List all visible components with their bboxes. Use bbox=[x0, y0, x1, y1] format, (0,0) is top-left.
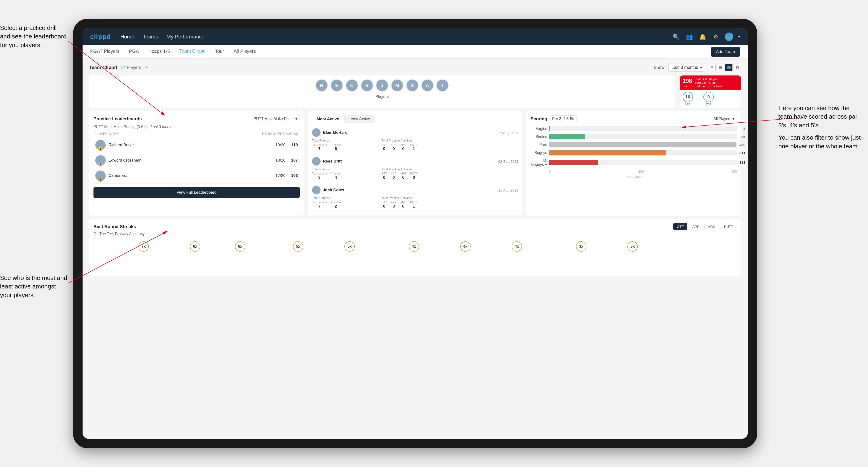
list-view-button[interactable]: ☰ bbox=[717, 64, 724, 71]
player-avatar-6[interactable]: M bbox=[391, 79, 403, 92]
bell-icon[interactable]: 🔔 bbox=[699, 33, 707, 41]
player-avatar-3[interactable]: C bbox=[346, 79, 358, 92]
streak-circle-1: 7x bbox=[138, 241, 149, 252]
streak-pin-4: 5x bbox=[293, 241, 303, 252]
subnav-pga[interactable]: PGA bbox=[129, 49, 139, 55]
streak-pin-1: 7x bbox=[138, 241, 149, 252]
people-icon[interactable]: 👥 bbox=[685, 33, 694, 41]
birdies-bar-track: 96 bbox=[549, 134, 737, 139]
subnav-tour[interactable]: Tour bbox=[215, 49, 224, 55]
card-view-button[interactable]: ▦ bbox=[725, 64, 733, 71]
tablet-screen: clippd Home Teams My Performance 🔍 👥 🔔 ⚙… bbox=[83, 28, 748, 439]
grid-view-button[interactable]: ⊞ bbox=[708, 64, 716, 71]
view-buttons: ⊞ ☰ ▦ ⊟ bbox=[708, 64, 741, 71]
subnav-team-clippd[interactable]: Team Clippd bbox=[179, 49, 206, 55]
dbogeys-bar-fill bbox=[549, 160, 598, 165]
streak-pin-2: 6x bbox=[190, 241, 200, 252]
putt-filter-button[interactable]: PUTT bbox=[720, 223, 737, 230]
sub-nav: PGAT Players PGA Hcaps 1-5 Team Clippd T… bbox=[83, 45, 748, 59]
leaderboard-title: Practice Leaderboards bbox=[93, 116, 142, 121]
total-practice-block-1: Total Practice Activities OTT 0 APP 0 bbox=[381, 139, 449, 151]
scoring-player-filter[interactable]: All Players ▾ bbox=[711, 115, 737, 122]
player-name-3[interactable]: Cameron... bbox=[108, 173, 273, 178]
edit-icon[interactable]: ✏ bbox=[145, 65, 148, 70]
settings-icon[interactable]: ⚙ bbox=[712, 33, 720, 41]
streak-circle-10: 3x bbox=[627, 241, 638, 252]
birdies-bar-row: Birdies 96 bbox=[530, 134, 737, 139]
avg-sq-3: 103 bbox=[291, 173, 298, 178]
streak-circle-7: 4x bbox=[460, 241, 470, 252]
scoring-chevron-icon: ▾ bbox=[733, 117, 734, 121]
active-stats-2: Total Rounds Tournament 8 Practice 4 bbox=[312, 167, 519, 180]
streak-pin-3: 6x bbox=[235, 241, 245, 252]
streaks-header: Best Round Streaks OTT APP ARG PUTT bbox=[93, 223, 737, 230]
player-avatar-7[interactable]: S bbox=[406, 79, 418, 92]
streak-circle-2: 6x bbox=[190, 241, 200, 252]
app-filter-button[interactable]: APP bbox=[689, 223, 703, 230]
player-avatar-9[interactable]: T bbox=[436, 79, 448, 92]
add-team-button[interactable]: Add Team bbox=[711, 47, 740, 57]
start-lie: Start Lie: Rough bbox=[694, 81, 722, 85]
dbogeys-label: D. Bogeys + bbox=[530, 158, 547, 167]
most-active-card: Most Active Least Active Blair McHarg 26… bbox=[308, 111, 523, 216]
active-player-name-2[interactable]: Rees Britt bbox=[323, 159, 496, 164]
scoring-card: Scoring Par 3, 4 & 5s All Players ▾ Eagl… bbox=[526, 111, 741, 216]
player-avatar-4[interactable]: B bbox=[361, 79, 373, 92]
nav-home[interactable]: Home bbox=[120, 33, 134, 41]
most-active-tab[interactable]: Most Active bbox=[312, 115, 344, 123]
active-player-row-3: Josh Coles 26 Aug 2023 Total Rounds Tour… bbox=[312, 183, 519, 212]
nav-teams[interactable]: Teams bbox=[143, 33, 158, 41]
pb-score-2: 18/20 bbox=[276, 158, 286, 163]
birdies-bar-fill bbox=[549, 134, 585, 139]
total-rounds-block-1: Total Rounds Tournament 7 Practice 6 bbox=[312, 139, 379, 151]
yds1-circle: 16 bbox=[683, 92, 693, 102]
least-active-tab[interactable]: Least Active bbox=[344, 115, 375, 123]
active-avatar-2 bbox=[312, 157, 320, 165]
streak-circle-4: 5x bbox=[293, 241, 303, 252]
show-label: Show: bbox=[654, 65, 665, 70]
avg-sq-2: 107 bbox=[291, 158, 298, 163]
avatar[interactable]: U bbox=[725, 33, 733, 41]
subnav-all-players[interactable]: All Players bbox=[234, 49, 256, 55]
player-name-2[interactable]: Edward Crossman bbox=[108, 158, 273, 163]
player-avatar-2[interactable]: E bbox=[331, 79, 343, 92]
leaderboard-card-header: Practice Leaderboards PUTT Must Make Put… bbox=[93, 115, 300, 122]
streak-pin-8: 4x bbox=[512, 241, 522, 252]
rounds-values-2: Tournament 8 Practice 4 bbox=[312, 172, 379, 180]
player-avatar-5[interactable]: J bbox=[376, 79, 388, 92]
yds2-unit: yds bbox=[703, 102, 714, 106]
player-avatar-8[interactable]: A bbox=[421, 79, 434, 92]
subnav-hcaps[interactable]: Hcaps 1-5 bbox=[148, 49, 170, 55]
active-player-name-1[interactable]: Blair McHarg bbox=[323, 130, 496, 135]
dbogeys-bar-track: 131 bbox=[549, 160, 737, 165]
birdies-value: 96 bbox=[741, 135, 745, 139]
scorecard-circles: 16 yds → 0 yds bbox=[680, 90, 741, 107]
rank-badge-3: 3 bbox=[98, 177, 103, 182]
search-icon[interactable]: 🔍 bbox=[672, 33, 680, 41]
tablet-frame: clippd Home Teams My Performance 🔍 👥 🔔 ⚙… bbox=[73, 19, 757, 448]
subnav-pgat[interactable]: PGAT Players bbox=[90, 49, 120, 55]
eagles-bar-fill bbox=[549, 126, 550, 131]
streak-circle-3: 6x bbox=[235, 241, 245, 252]
scoring-par-filter[interactable]: Par 3, 4 & 5s bbox=[550, 115, 577, 122]
streak-circle-9: 3x bbox=[576, 241, 586, 252]
player-name-1[interactable]: Richard Butler bbox=[108, 143, 273, 148]
shot-dist: Shot Dist: 16 yds bbox=[694, 77, 722, 81]
nav-performance[interactable]: My Performance bbox=[166, 33, 205, 41]
streaks-subtitle: Off The Tee, Fairway Accuracy bbox=[93, 232, 737, 236]
chart-footer: Total Shots bbox=[530, 175, 737, 179]
streak-circle-8: 4x bbox=[512, 241, 522, 252]
pb-score-3: 17/20 bbox=[276, 173, 286, 178]
active-card-header: Most Active Least Active bbox=[312, 115, 519, 123]
leaderboard-avatar-1: 1 bbox=[95, 140, 106, 150]
ott-filter-button[interactable]: OTT bbox=[673, 223, 687, 230]
drill-dropdown[interactable]: PUTT Must Make Putt... ▾ bbox=[251, 115, 300, 122]
filter-view-button[interactable]: ⊟ bbox=[734, 64, 741, 71]
arg-filter-button[interactable]: ARG bbox=[704, 223, 719, 230]
active-player-name-3[interactable]: Josh Coles bbox=[323, 188, 496, 192]
bogeys-bar-row: Bogeys 311 bbox=[530, 150, 737, 155]
eagles-bar-row: Eagles 3 bbox=[530, 126, 737, 131]
player-avatar-1[interactable]: R bbox=[316, 79, 328, 92]
view-full-leaderboard-button[interactable]: View Full Leaderboard bbox=[93, 187, 300, 198]
show-dropdown[interactable]: Last 3 months ▾ bbox=[669, 63, 705, 72]
